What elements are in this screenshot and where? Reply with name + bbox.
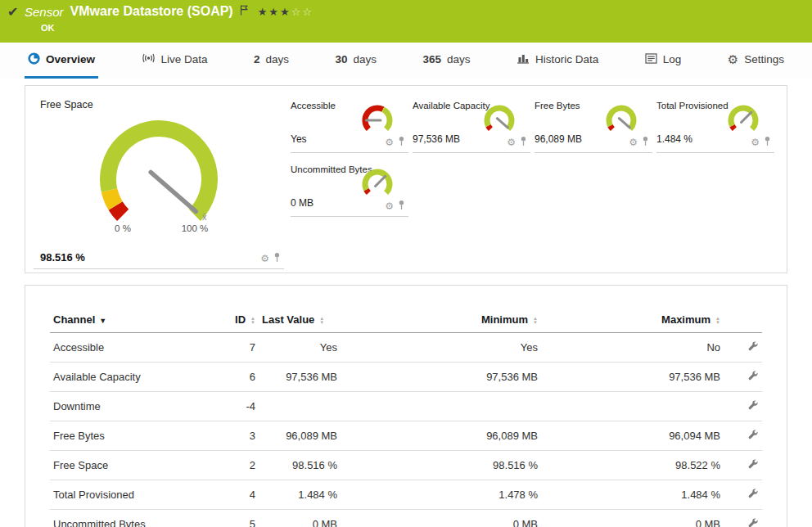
tab-2-days[interactable]: 2 days [250, 43, 292, 79]
tab-historic-data[interactable]: Historic Data [513, 43, 602, 79]
wrench-icon[interactable] [747, 489, 759, 502]
gauge-tile-total-provisioned: Total Provisioned 1.484 % ⚙ [656, 101, 774, 153]
bar-chart-icon [517, 52, 530, 66]
sort-icon: ▲▼ [715, 317, 720, 325]
tab-log[interactable]: Log [642, 43, 685, 79]
gauge-value: 96,089 MB [535, 133, 582, 145]
channel-id-cell: 5 [210, 510, 259, 527]
channel-name-cell: Downtime [50, 392, 210, 421]
pin-icon[interactable] [764, 135, 771, 150]
channel-actions-cell [724, 510, 762, 527]
column-header-id[interactable]: ID▲▼ [210, 307, 259, 333]
channel-name-cell: Uncommitted Bytes [50, 510, 210, 527]
gauge-needle [376, 176, 386, 186]
tab-label: Live Data [161, 53, 208, 65]
channel-actions-cell [724, 363, 762, 392]
pin-icon[interactable] [642, 135, 649, 150]
channel-name-cell: Accessible [50, 333, 210, 363]
channel-actions-cell [724, 480, 762, 510]
wrench-icon[interactable] [747, 401, 759, 413]
gauge-needle [742, 112, 751, 122]
last-value-cell: 96,089 MB [259, 421, 341, 451]
table-row: Downtime -4 [50, 392, 762, 421]
wrench-icon[interactable] [747, 519, 759, 527]
last-value-cell: 97,536 MB [259, 363, 341, 392]
gear-icon[interactable]: ⚙ [629, 137, 638, 147]
channel-actions-cell [724, 421, 762, 451]
available-capacity-gauge [478, 101, 521, 139]
mini-gauge-grid: Accessible Yes ⚙ Available Capacity 97,5… [291, 96, 778, 269]
minimum-cell: 0 MB [341, 510, 541, 527]
channel-id-cell: 4 [210, 480, 259, 510]
last-value-cell: 1.484 % [259, 480, 341, 510]
channel-id-cell: 3 [210, 421, 259, 451]
gauge-value: Yes [291, 133, 307, 145]
column-header-channel[interactable]: Channel▼ [50, 307, 210, 333]
gear-icon[interactable]: ⚙ [385, 201, 394, 211]
gauge-needle [619, 119, 629, 128]
tab-live-data[interactable]: Live Data [138, 43, 211, 79]
maximum-cell: 96,094 MB [541, 421, 724, 451]
gauge-value: 98.516 % [40, 251, 85, 264]
tab-label: days [266, 53, 290, 65]
gauge-needle [151, 172, 196, 211]
gauge-value: 0 MB [291, 197, 314, 209]
sort-icon: ▲▼ [319, 317, 324, 325]
priority-stars[interactable]: ★★★☆☆ [258, 6, 314, 18]
stars-filled[interactable]: ★★★ [258, 6, 291, 18]
last-value-cell: 0 MB [259, 510, 341, 527]
wrench-icon[interactable] [747, 342, 759, 354]
maximum-cell: 98.522 % [541, 451, 724, 480]
table-row: Available Capacity 6 97,536 MB 97,536 MB… [50, 363, 762, 392]
table-row: Accessible 7 Yes Yes No [50, 333, 762, 363]
table-row: Free Space 2 98.516 % 98.516 % 98.522 % [50, 451, 762, 480]
total-provisioned-gauge [722, 101, 765, 139]
gear-icon[interactable]: ⚙ [385, 137, 394, 147]
channel-table-panel: Channel▼ ID▲▼ Last Value▲▼ Minimum▲▼ Max… [25, 285, 787, 527]
gauge-tile-available-capacity: Available Capacity 97,536 MB ⚙ [413, 101, 530, 153]
minimum-cell [341, 392, 541, 421]
tab-number: 365 [423, 53, 442, 65]
wrench-icon[interactable] [747, 460, 759, 472]
channel-actions-cell [724, 451, 762, 480]
wrench-icon[interactable] [747, 372, 759, 384]
tab-number: 2 [254, 53, 260, 65]
tab-overview[interactable]: Overview [25, 43, 98, 79]
channel-id-cell: -4 [210, 392, 259, 421]
gauge-needle [497, 119, 508, 128]
tab-365-days[interactable]: 365 days [420, 43, 474, 79]
gauge-min-label: 0 % [115, 223, 131, 233]
channel-name-cell: Available Capacity [50, 363, 210, 392]
broadcast-icon [142, 52, 156, 66]
tab-30-days[interactable]: 30 days [332, 43, 381, 79]
channel-name-cell: Free Space [50, 451, 210, 480]
pin-icon[interactable] [398, 135, 405, 150]
tab-label: Historic Data [535, 53, 598, 65]
flag-icon[interactable] [240, 4, 248, 19]
gear-icon[interactable]: ⚙ [751, 137, 760, 147]
column-header-minimum[interactable]: Minimum▲▼ [341, 307, 541, 333]
channel-id-cell: 2 [210, 451, 259, 480]
table-header-row: Channel▼ ID▲▼ Last Value▲▼ Minimum▲▼ Max… [50, 307, 762, 333]
column-header-maximum[interactable]: Maximum▲▼ [541, 307, 724, 333]
gear-icon[interactable]: ⚙ [507, 137, 516, 147]
gauge-value: 97,536 MB [413, 133, 460, 145]
tab-label: Log [663, 53, 682, 65]
gauge-value: 1.484 % [656, 133, 692, 145]
mean-marker: x̄ [202, 212, 207, 222]
channel-actions-cell [724, 392, 762, 421]
pin-icon[interactable] [520, 135, 527, 150]
last-value-cell: Yes [259, 333, 341, 363]
object-kind-label: Sensor [25, 5, 64, 19]
stars-empty[interactable]: ☆☆ [291, 6, 314, 18]
column-header-last-value[interactable]: Last Value▲▼ [259, 307, 341, 333]
gauge-tile-uncommitted-bytes: Uncommitted Bytes 0 MB ⚙ [291, 164, 408, 217]
wrench-icon[interactable] [747, 430, 759, 443]
channel-id-cell: 6 [210, 363, 259, 392]
sort-icon: ▲▼ [250, 317, 255, 325]
tab-settings[interactable]: ⚙ Settings [724, 43, 787, 79]
minimum-cell: 98.516 % [341, 451, 541, 480]
pin-icon[interactable] [398, 199, 405, 214]
pin-icon[interactable] [273, 251, 281, 266]
gear-icon[interactable]: ⚙ [260, 254, 269, 264]
